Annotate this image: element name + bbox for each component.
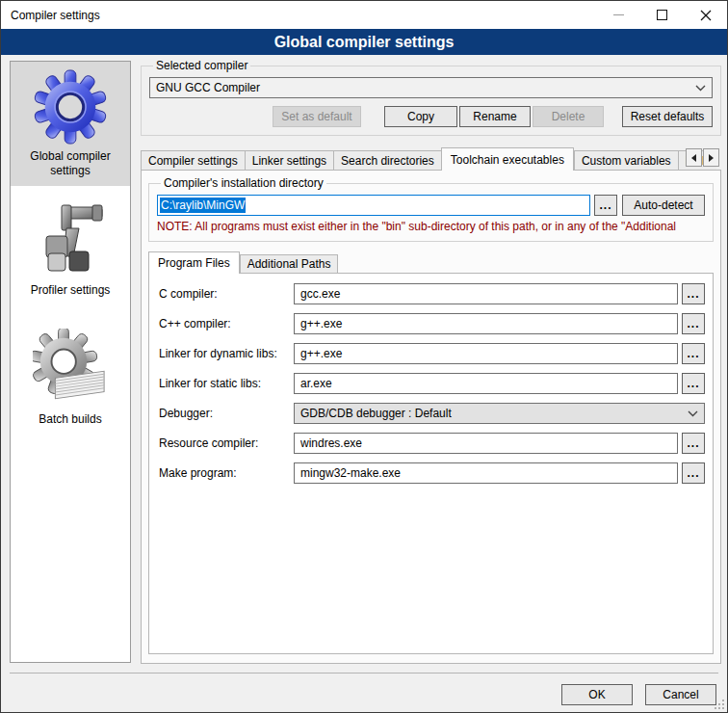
installation-directory-group: Compiler's installation directory C:\ray…	[148, 176, 714, 242]
maximize-button[interactable]	[640, 1, 684, 29]
compiler-select[interactable]: GNU GCC Compiler	[149, 77, 713, 98]
field-row-resource-compiler: Resource compiler: ...	[159, 433, 705, 454]
program-files-panel: C compiler: ... C++ compiler: ... Linker…	[148, 273, 714, 654]
field-row-linker-dynamic: Linker for dynamic libs: ...	[159, 343, 705, 364]
selected-compiler-group-title: Selected compiler	[153, 59, 250, 72]
arrow-left-icon	[691, 154, 696, 162]
cpp-compiler-input[interactable]	[294, 313, 678, 334]
reset-defaults-button[interactable]: Reset defaults	[622, 106, 713, 127]
resize-grip[interactable]	[715, 700, 725, 710]
set-as-default-button[interactable]: Set as default	[273, 106, 361, 127]
close-icon	[700, 10, 712, 21]
linker-static-input[interactable]	[294, 373, 678, 394]
footer-buttons: OK Cancel	[561, 684, 716, 705]
bin-subdirectory-note: NOTE: All programs must exist either in …	[157, 220, 705, 233]
blue-gear-icon	[11, 62, 130, 147]
c-compiler-label: C compiler:	[159, 287, 294, 301]
auto-detect-button[interactable]: Auto-detect	[622, 195, 705, 216]
c-compiler-input[interactable]	[294, 283, 678, 304]
chevron-down-icon	[695, 85, 706, 92]
chevron-down-icon	[688, 410, 698, 417]
tab-scroll-left-button[interactable]	[686, 148, 702, 167]
window-title: Compiler settings	[1, 9, 597, 22]
sidebar-item-label: Profiler settings	[11, 281, 130, 305]
linker-dynamic-input[interactable]	[294, 343, 678, 364]
tab-custom-variables[interactable]: Custom variables	[574, 150, 678, 171]
tab-program-files[interactable]: Program Files	[148, 251, 240, 274]
compiler-settings-dialog: { "window": { "title": "Compiler setting…	[0, 0, 728, 713]
linker-static-browse-button[interactable]: ...	[682, 373, 705, 394]
tab-search-directories[interactable]: Search directories	[333, 150, 441, 171]
debugger-select[interactable]: GDB/CDB debugger : Default	[294, 403, 705, 424]
field-row-make-program: Make program: ...	[159, 462, 705, 484]
minimize-button[interactable]	[597, 1, 640, 29]
resource-compiler-label: Resource compiler:	[159, 436, 294, 450]
settings-category-list: Global compiler settings Profiler settin…	[10, 61, 131, 663]
installation-directory-row: C:\raylib\MinGW ... Auto-detect	[157, 195, 705, 216]
sidebar-item-label: Batch builds	[11, 410, 130, 435]
copy-button[interactable]: Copy	[384, 106, 457, 127]
tab-toolchain-executables[interactable]: Toolchain executables	[441, 147, 574, 171]
installation-directory-group-title: Compiler's installation directory	[161, 176, 326, 190]
installation-directory-input[interactable]: C:\raylib\MinGW	[157, 195, 590, 216]
dialog-header-title: Global compiler settings	[274, 34, 455, 51]
settings-tab-strip: Compiler settings Linker settings Search…	[141, 147, 721, 171]
close-button[interactable]	[684, 1, 727, 29]
main-panel: Selected compiler GNU GCC Compiler Set a…	[141, 59, 721, 664]
tab-scroll-right-button[interactable]	[703, 148, 719, 167]
rename-button[interactable]: Rename	[459, 106, 531, 127]
make-program-label: Make program:	[159, 466, 294, 480]
ok-button[interactable]: OK	[561, 684, 633, 705]
title-bar: Compiler settings	[1, 1, 727, 29]
resource-compiler-input[interactable]	[294, 433, 678, 454]
field-row-c-compiler: C compiler: ...	[159, 283, 705, 304]
compiler-select-value: GNU GCC Compiler	[156, 81, 695, 94]
sidebar-item-global-compiler-settings[interactable]: Global compiler settings	[11, 62, 130, 186]
field-row-linker-static: Linker for static libs: ...	[159, 373, 705, 394]
sidebar-item-batch-builds[interactable]: Batch builds	[11, 321, 130, 435]
minimize-icon	[613, 14, 624, 15]
tab-additional-paths[interactable]: Additional Paths	[240, 254, 339, 274]
make-program-input[interactable]	[294, 462, 678, 484]
dialog-header: Global compiler settings	[1, 29, 727, 55]
installation-directory-browse-button[interactable]: ...	[594, 195, 617, 216]
installation-directory-selected-text: C:\raylib\MinGW	[160, 198, 246, 213]
tab-scroll-arrows	[685, 148, 719, 167]
program-files-tab-strip: Program Files Additional Paths	[148, 251, 714, 274]
field-row-debugger: Debugger: GDB/CDB debugger : Default	[159, 403, 705, 424]
resource-compiler-browse-button[interactable]: ...	[682, 433, 705, 454]
arrow-right-icon	[709, 154, 714, 162]
tab-linker-settings[interactable]: Linker settings	[245, 150, 333, 171]
selected-compiler-group: Selected compiler GNU GCC Compiler Set a…	[141, 59, 721, 136]
field-row-cpp-compiler: C++ compiler: ...	[159, 313, 705, 334]
linker-static-label: Linker for static libs:	[159, 377, 294, 390]
cpp-compiler-label: C++ compiler:	[159, 317, 294, 330]
linker-dynamic-browse-button[interactable]: ...	[682, 343, 705, 364]
maximize-icon	[657, 10, 667, 20]
footer-divider	[10, 673, 718, 673]
tab-compiler-settings[interactable]: Compiler settings	[141, 150, 245, 171]
cancel-button[interactable]: Cancel	[645, 684, 716, 705]
toolchain-executables-panel: Compiler's installation directory C:\ray…	[141, 170, 721, 664]
make-program-browse-button[interactable]: ...	[682, 462, 705, 484]
c-compiler-browse-button[interactable]: ...	[682, 283, 705, 304]
sidebar-item-profiler-settings[interactable]: Profiler settings	[11, 194, 130, 305]
cpp-compiler-browse-button[interactable]: ...	[682, 313, 705, 334]
linker-dynamic-label: Linker for dynamic libs:	[159, 347, 294, 360]
caliper-icon	[11, 194, 130, 281]
debugger-select-value: GDB/CDB debugger : Default	[300, 407, 688, 420]
sidebar-item-label: Global compiler settings	[11, 147, 130, 186]
delete-button[interactable]: Delete	[533, 106, 604, 127]
debugger-label: Debugger:	[159, 407, 294, 420]
compiler-buttons-row: Set as default Copy Rename Delete Reset …	[149, 106, 713, 127]
gray-gear-stack-icon	[11, 321, 130, 410]
